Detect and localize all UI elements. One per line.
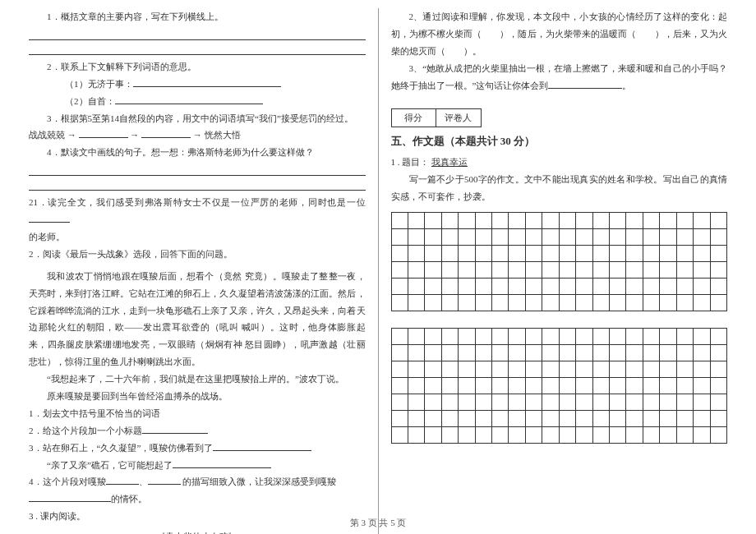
text: 2．给这个片段加一个小标题	[29, 426, 142, 435]
p3-title: 《卖火柴的小女孩》	[29, 528, 366, 534]
essay-row	[392, 345, 727, 361]
p2-paragraph-c: 原来嘎羧是要回到当年曾经浴血搏杀的战场。	[29, 388, 366, 405]
q2-2: 2．给这个片段加一个小标题	[29, 422, 366, 440]
essay-row	[392, 295, 727, 311]
text: 战战兢兢 →	[29, 130, 76, 140]
essay-row	[392, 411, 727, 427]
q2-4: 4．这个片段对嘎羧、 的描写细致入微，让我深深感受到嘎羧	[29, 473, 366, 490]
p2-paragraph-b: “我想起来了，二十六年前，我们就是在这里把嘎羧抬上岸的。”波农丁说。	[29, 371, 366, 388]
q1-3a: 3．根据第5至第14自然段的内容，用文中的词语填写“我们”接受惩罚的经过。	[29, 110, 366, 127]
q1-2a: （1）无济于事：	[29, 76, 366, 93]
blank	[133, 78, 281, 87]
blank	[142, 425, 208, 434]
text: “亲了又亲”礁石，它可能想起了	[47, 460, 173, 470]
essay-row	[392, 262, 727, 279]
score-label: 得分	[392, 109, 437, 127]
r3: 3、“她敢从成把的火柴里抽出一根，在墙上擦燃了，来暖和暖和自己的小手吗？她终于抽…	[391, 60, 728, 94]
blank	[148, 476, 181, 485]
section-5-title: 五、作文题（本题共计 30 分）	[391, 134, 728, 149]
text: 的情怀。	[111, 494, 147, 504]
grader-label: 评卷人	[436, 109, 481, 127]
left-column: 1．概括文章的主要内容，写在下列横线上。 2．联系上下文解释下列词语的意思。 （…	[16, 8, 379, 534]
text: 。	[622, 81, 631, 90]
q1-3b: 战战兢兢 → → → 恍然大悟	[29, 127, 366, 144]
blank	[106, 476, 139, 485]
text: 3．站在卵石上，“久久凝望”，嘎羧仿佛看到了	[29, 443, 213, 453]
essay-row	[392, 427, 727, 443]
blank	[29, 214, 70, 223]
score-box: 得分 评卷人	[391, 108, 482, 127]
answer-line	[29, 29, 366, 40]
blank	[141, 129, 191, 138]
blank	[79, 129, 128, 138]
essay-row	[392, 329, 727, 345]
blank	[115, 95, 263, 104]
essay-grid-2	[391, 328, 728, 444]
essay-row	[392, 394, 727, 411]
arrow: →	[130, 130, 139, 140]
q21b: 的老师。	[29, 228, 366, 246]
blank	[213, 442, 311, 451]
q2-3a: 3．站在卵石上，“久久凝望”，嘎羧仿佛看到了	[29, 440, 366, 457]
blank	[173, 459, 271, 468]
label: （1）无济于事：	[65, 79, 133, 89]
answer-line	[29, 179, 366, 191]
essay-row	[392, 246, 727, 262]
q1-4: 4．默读文中画线的句子。想一想：弗洛斯特老师为什么要这样做？	[29, 144, 366, 161]
right-column: 2、通过阅读和理解，你发现，本文段中，小女孩的心情经历了这样的变化：起初，为檫不…	[379, 8, 740, 534]
q2-3b: “亲了又亲”礁石，它可能想起了	[29, 457, 366, 474]
q2-4c: 的情怀。	[29, 490, 366, 508]
blank	[29, 493, 111, 502]
p2-paragraph-a: 我和波农丁悄悄地跟在嘎羧后面，想看个（竟然 究竟）。嘎羧走了整整一夜，天亮时，来…	[29, 268, 366, 371]
essay-row	[392, 213, 727, 229]
p2-intro: 2．阅读《最后一头战象》选段，回答下面的问题。	[29, 246, 366, 263]
r2: 2、通过阅读和理解，你发现，本文段中，小女孩的心情经历了这样的变化：起初，为檫不…	[391, 8, 728, 60]
q21: 21．读完全文，我们感受到弗洛斯特女士不仅是一位严厉的老师，同时也是一位	[29, 194, 366, 228]
page-footer: 第 3 页 共 5 页	[0, 517, 756, 529]
essay-row	[392, 279, 727, 295]
text: 4．这个片段对嘎羧	[29, 476, 106, 486]
q1-2: 2．联系上下文解释下列词语的意思。	[29, 58, 366, 76]
text: 21．读完全文，我们感受到弗洛斯特女士不仅是一位严厉的老师，同时也是一位	[29, 197, 366, 207]
essay-grid-1	[391, 212, 728, 311]
answer-line	[29, 44, 366, 55]
essay-row	[392, 361, 727, 378]
q1-1: 1．概括文章的主要内容，写在下列横线上。	[29, 8, 366, 25]
blank	[548, 80, 622, 89]
essay-requirement: 写一篇不少于500字的作文。文中不能出现真实的姓名和学校。写出自己的真情实感，不…	[391, 171, 728, 205]
text: 的描写细致入微，让我深深感受到嘎羧	[182, 476, 336, 486]
text: → 恍然大悟	[193, 130, 241, 140]
essay-title: 我真幸运	[431, 157, 468, 167]
essay-row	[392, 229, 727, 246]
answer-line	[29, 164, 366, 176]
label: 1 . 题目：	[391, 157, 430, 167]
label: （2）自首：	[65, 96, 115, 106]
q1-2b: （2）自首：	[29, 93, 366, 110]
essay-topic: 1 . 题目： 我真幸运	[391, 154, 728, 171]
essay-row	[392, 378, 727, 394]
q2-1: 1．划去文中括号里不恰当的词语	[29, 405, 366, 422]
